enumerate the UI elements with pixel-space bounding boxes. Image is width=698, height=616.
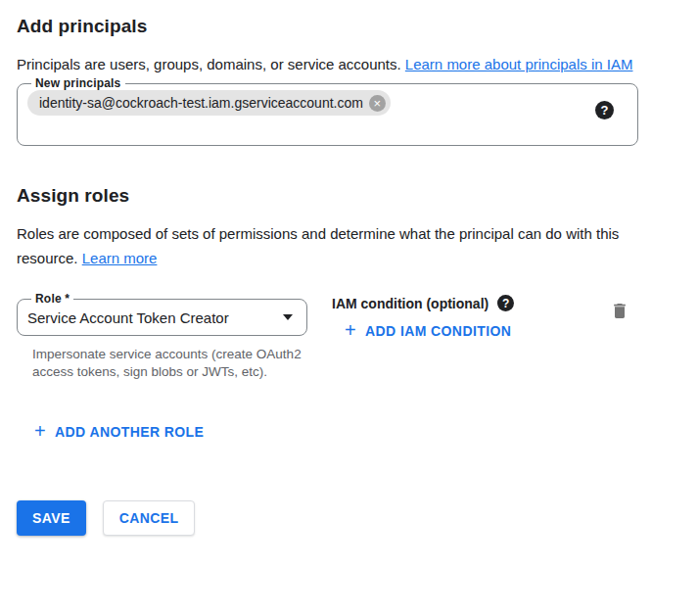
role-column: Role * Service Account Token Creator Imp… — [17, 292, 311, 381]
page-title: Add principals — [17, 16, 681, 37]
chip-remove-icon[interactable]: × — [369, 95, 386, 112]
assign-roles-description: Roles are composed of sets of permission… — [17, 221, 653, 270]
delete-icon — [610, 301, 629, 321]
delete-role-button[interactable] — [610, 301, 629, 324]
role-select-value-row: Service Account Token Creator — [27, 309, 297, 326]
new-principals-label: New principals — [31, 76, 125, 90]
add-principals-panel: Add principals Principals are users, gro… — [0, 16, 698, 536]
iam-condition-column: IAM condition (optional) ? + ADD IAM CON… — [332, 292, 514, 341]
save-button[interactable]: SAVE — [17, 500, 86, 536]
learn-more-principals-link[interactable]: Learn more about principals in IAM — [405, 56, 633, 72]
add-iam-condition-button[interactable]: + ADD IAM CONDITION — [345, 322, 511, 340]
principal-chip-label: identity-sa@cockroach-test.iam.gservicea… — [39, 95, 363, 111]
principals-help-icon[interactable]: ? — [595, 101, 614, 119]
learn-more-roles-link[interactable]: Learn more — [82, 250, 158, 266]
role-select-label: Role * — [31, 292, 73, 306]
add-iam-condition-label: ADD IAM CONDITION — [365, 323, 511, 339]
plus-icon: + — [34, 421, 46, 441]
iam-condition-label: IAM condition (optional) — [332, 296, 489, 311]
dialog-actions: SAVE CANCEL — [17, 500, 681, 536]
principal-chip[interactable]: identity-sa@cockroach-test.iam.gservicea… — [27, 90, 391, 116]
add-another-role-label: ADD ANOTHER ROLE — [55, 424, 204, 440]
iam-condition-help-icon[interactable]: ? — [497, 295, 514, 311]
dropdown-arrow-icon — [283, 314, 293, 320]
intro-text: Principals are users, groups, domains, o… — [17, 52, 661, 76]
role-row: Role * Service Account Token Creator Imp… — [17, 292, 681, 381]
intro-text-static: Principals are users, groups, domains, o… — [17, 56, 405, 72]
iam-condition-label-row: IAM condition (optional) ? — [332, 295, 514, 311]
assign-roles-title: Assign roles — [17, 185, 681, 207]
plus-icon: + — [345, 320, 356, 340]
role-select-value: Service Account Token Creator — [27, 309, 229, 326]
new-principals-field[interactable]: New principals identity-sa@cockroach-tes… — [17, 76, 638, 146]
add-another-role-button[interactable]: + ADD ANOTHER ROLE — [34, 423, 204, 441]
role-description: Impersonate service accounts (create OAu… — [32, 346, 304, 381]
role-select[interactable]: Role * Service Account Token Creator — [17, 292, 307, 336]
cancel-button[interactable]: CANCEL — [103, 500, 196, 536]
